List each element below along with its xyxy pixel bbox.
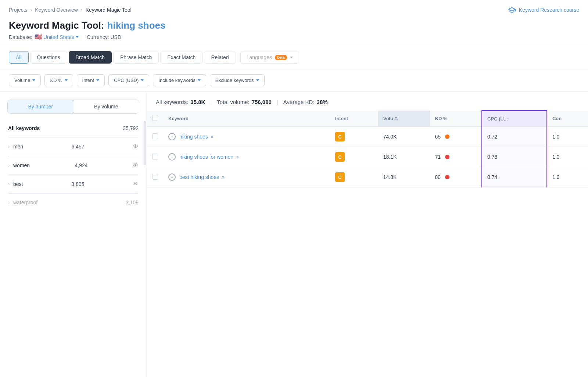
tab-questions[interactable]: Questions (30, 51, 67, 64)
sidebar-item-men[interactable]: › men 6,457 👁 (4, 139, 142, 154)
row2-arrow-icon: » (236, 154, 239, 159)
row2-keyword-content: + hiking shoes for women » (168, 153, 325, 161)
th-keyword[interactable]: Keyword (163, 111, 330, 127)
languages-label: Languages (247, 54, 272, 60)
row2-kd-cell: 71 (430, 147, 482, 167)
th-volume[interactable]: Volu ⇅ (378, 111, 430, 127)
sidebar-item-all[interactable]: All keywords 35,792 (4, 121, 142, 136)
row2-volume-cell: 18.1K (378, 147, 430, 167)
sidebar-keyword-best: best (13, 181, 23, 187)
breadcrumb-sep-2: › (81, 7, 83, 13)
breadcrumb-keyword-overview[interactable]: Keyword Overview (35, 7, 78, 13)
table-row: + hiking shoes for women » C 18.1K 71 (147, 147, 588, 167)
filter-include-chevron-icon (198, 79, 201, 81)
row3-keyword-link[interactable]: best hiking shoes (179, 174, 219, 180)
row2-kd-dot (445, 155, 449, 159)
course-link[interactable]: Keyword Research course (508, 6, 579, 14)
row2-add-icon[interactable]: + (168, 153, 176, 161)
sidebar-divider-1 (8, 156, 139, 156)
languages-button[interactable]: Languages beta (240, 51, 299, 64)
filter-cpc[interactable]: CPC (USD) (108, 74, 149, 86)
row3-add-icon[interactable]: + (168, 173, 176, 181)
row1-add-icon[interactable]: + (168, 133, 176, 140)
sidebar-count-best: 3,805 (71, 181, 84, 187)
th-kd[interactable]: KD % (430, 111, 482, 127)
row2-intent-cell: C (330, 147, 378, 167)
th-intent[interactable]: Intent (330, 111, 378, 127)
filter-intent-label: Intent (82, 78, 94, 83)
filter-exclude-keywords[interactable]: Exclude keywords (210, 74, 265, 86)
row1-arrow-icon: » (211, 134, 214, 139)
row1-con-cell: 1.0 (547, 127, 588, 147)
sidebar-chevron-best-icon: › (8, 182, 10, 187)
sidebar-item-women[interactable]: › women 4,924 👁 (4, 158, 142, 173)
filter-cpc-label: CPC (USD) (114, 78, 139, 83)
total-vol-label: Total volume: (217, 99, 249, 105)
row1-intent-badge: C (335, 132, 345, 141)
filter-include-keywords[interactable]: Include keywords (153, 74, 206, 86)
sidebar-scroll-area: All keywords 35,792 › men 6,457 👁 › wome… (0, 121, 147, 210)
tab-all[interactable]: All (9, 51, 29, 64)
th-con-label: Con (552, 116, 583, 121)
row1-kd-cell: 65 (430, 127, 482, 147)
filter-intent[interactable]: Intent (77, 74, 105, 86)
sidebar-keyword-men: men (13, 144, 23, 150)
graduation-cap-icon (508, 6, 516, 14)
sidebar-list: All keywords 35,792 › men 6,457 👁 › wome… (0, 121, 147, 210)
keywords-table: Keyword Intent Volu ⇅ KD % (147, 110, 588, 187)
row1-kd-value: 65 (435, 134, 441, 140)
row2-con-cell: 1.0 (547, 147, 588, 167)
currency-label: Currency: USD (87, 34, 121, 40)
row3-keyword-content: + best hiking shoes » (168, 173, 325, 181)
total-vol-value: 756,080 (252, 99, 272, 105)
row3-con-cell: 1.0 (547, 167, 588, 187)
database-selector[interactable]: 🇺🇸 United States (35, 33, 79, 40)
languages-chevron-icon (290, 57, 293, 58)
flag-icon: 🇺🇸 (35, 33, 42, 40)
eye-best-icon[interactable]: 👁 (133, 181, 139, 187)
volume-sort-icon: ⇅ (395, 116, 398, 121)
view-by-number-button[interactable]: By number (7, 100, 74, 114)
row2-cpc-cell: 0.78 (482, 147, 547, 167)
row1-keyword-link[interactable]: hiking shoes (179, 134, 208, 140)
right-area: All keywords: 35.8K | Total volume: 756,… (147, 92, 588, 377)
tab-exact-match[interactable]: Exact Match (160, 51, 202, 64)
tab-related[interactable]: Related (204, 51, 236, 64)
database-label: Database: (9, 34, 32, 40)
row2-keyword-link[interactable]: hiking shoes for women (179, 154, 233, 160)
th-kd-label: KD % (435, 116, 477, 121)
eye-women-icon[interactable]: 👁 (133, 162, 139, 169)
all-kw-label: All keywords: (156, 99, 188, 105)
filter-volume[interactable]: Volume (9, 74, 41, 86)
page-subtitle: Database: 🇺🇸 United States Currency: USD (9, 33, 579, 40)
sidebar-chevron-men-icon: › (8, 144, 10, 149)
tab-broad-match[interactable]: Broad Match (69, 51, 112, 64)
tab-phrase-match[interactable]: Phrase Match (113, 51, 159, 64)
filter-kd-label: KD % (50, 78, 62, 83)
filter-include-label: Include keywords (158, 78, 195, 83)
sidebar-item-waterproof[interactable]: › waterproof 3,109 (4, 195, 142, 210)
row3-checkbox-cell (147, 167, 163, 187)
eye-men-icon[interactable]: 👁 (133, 143, 139, 150)
chevron-down-icon (76, 36, 79, 38)
row1-checkbox[interactable] (152, 133, 158, 139)
sidebar-item-best[interactable]: › best 3,805 👁 (4, 176, 142, 192)
table-header-row: Keyword Intent Volu ⇅ KD % (147, 111, 588, 127)
th-cpc[interactable]: CPC (U... (482, 111, 547, 127)
filter-kd[interactable]: KD % (44, 74, 73, 86)
select-all-checkbox[interactable] (152, 115, 158, 121)
avg-kd-value: 38% (317, 99, 328, 105)
breadcrumb-projects[interactable]: Projects (9, 7, 28, 13)
filter-volume-label: Volume (14, 78, 30, 83)
row3-kd-cell: 80 (430, 167, 482, 187)
row2-checkbox[interactable] (152, 154, 158, 159)
row3-volume-cell: 14.8K (378, 167, 430, 187)
database-country: United States (43, 34, 74, 40)
page-title-keyword: hiking shoes (107, 20, 166, 31)
filter-volume-chevron-icon (32, 79, 35, 81)
row1-keyword-content: + hiking shoes » (168, 133, 325, 140)
view-by-volume-button[interactable]: By volume (74, 100, 139, 113)
sidebar-scrollbar[interactable] (144, 121, 146, 165)
row3-checkbox[interactable] (152, 174, 158, 180)
stats-sep-1: | (210, 99, 212, 105)
